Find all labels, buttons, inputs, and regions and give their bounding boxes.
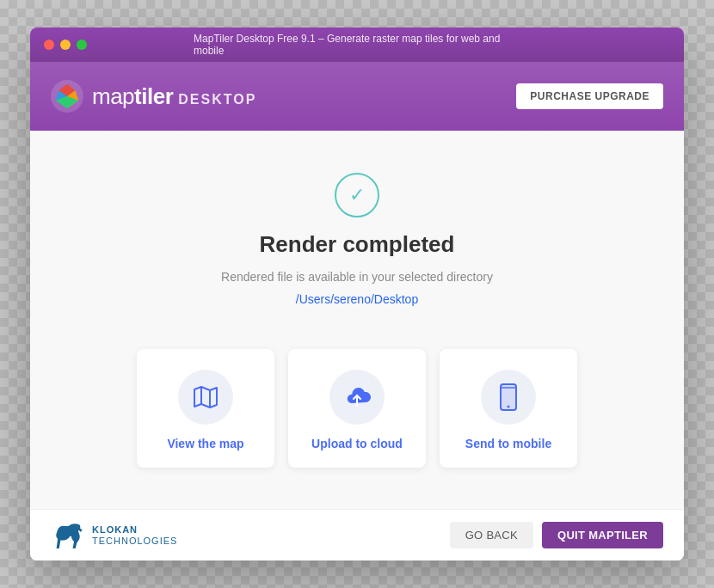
action-cards: View the map Upload to cloud [137,349,577,468]
send-mobile-icon-circle [481,370,536,425]
upload-cloud-icon-circle [329,370,385,425]
checkmark-icon: ✓ [349,186,365,205]
svg-point-6 [508,405,510,407]
view-map-card[interactable]: View the map [137,349,274,468]
logo-map-part: map [92,83,134,109]
send-mobile-card[interactable]: Send to mobile [440,349,577,468]
purchase-upgrade-button[interactable]: PURCHASE UPGRADE [516,83,663,109]
main-content: ✓ Render completed Rendered file is avai… [30,131,684,509]
mobile-icon [499,383,518,412]
maximize-button[interactable] [77,40,87,50]
logo-area: maptiler DESKTOP [51,80,256,113]
send-mobile-label: Send to mobile [465,437,551,450]
klokan-sub: TECHNOLOGIES [92,536,177,546]
app-header: maptiler DESKTOP PURCHASE UPGRADE [30,62,684,131]
logo-text: maptiler DESKTOP [92,83,256,110]
app-footer: KLOKAN TECHNOLOGIES GO BACK QUIT MAPTILE… [30,509,684,560]
logo-desktop-text: DESKTOP [178,92,256,107]
success-section: ✓ Render completed Rendered file is avai… [221,173,493,306]
go-back-button[interactable]: GO BACK [450,522,533,548]
render-title: Render completed [260,231,455,258]
cloud-upload-icon [342,383,372,411]
footer-buttons: GO BACK QUIT MAPTILER [450,522,663,548]
window-title: MapTiler Desktop Free 9.1 – Generate ras… [194,33,520,57]
directory-link[interactable]: /Users/sereno/Desktop [296,292,418,306]
close-button[interactable] [44,40,54,50]
klokan-text: KLOKAN TECHNOLOGIES [92,524,177,545]
minimize-button[interactable] [60,40,71,50]
view-map-icon-circle [178,370,233,425]
logo-maptiler: maptiler [92,83,173,110]
upload-cloud-label: Upload to cloud [311,437,403,450]
view-map-label: View the map [167,437,243,450]
traffic-lights [44,40,87,50]
klokan-name: KLOKAN [92,524,177,535]
map-icon [192,383,219,411]
render-subtitle: Rendered file is available in your selec… [221,270,493,284]
upload-cloud-card[interactable]: Upload to cloud [288,349,426,468]
quit-maptiler-button[interactable]: QUIT MAPTILER [542,522,663,548]
check-circle: ✓ [335,173,379,217]
titlebar: MapTiler Desktop Free 9.1 – Generate ras… [30,28,684,62]
main-window: MapTiler Desktop Free 9.1 – Generate ras… [30,28,684,560]
logo-tiler-part: tiler [134,83,173,109]
maptiler-logo-icon [51,80,83,113]
klokan-kangaroo-icon [51,523,85,548]
klokan-logo: KLOKAN TECHNOLOGIES [51,523,177,548]
